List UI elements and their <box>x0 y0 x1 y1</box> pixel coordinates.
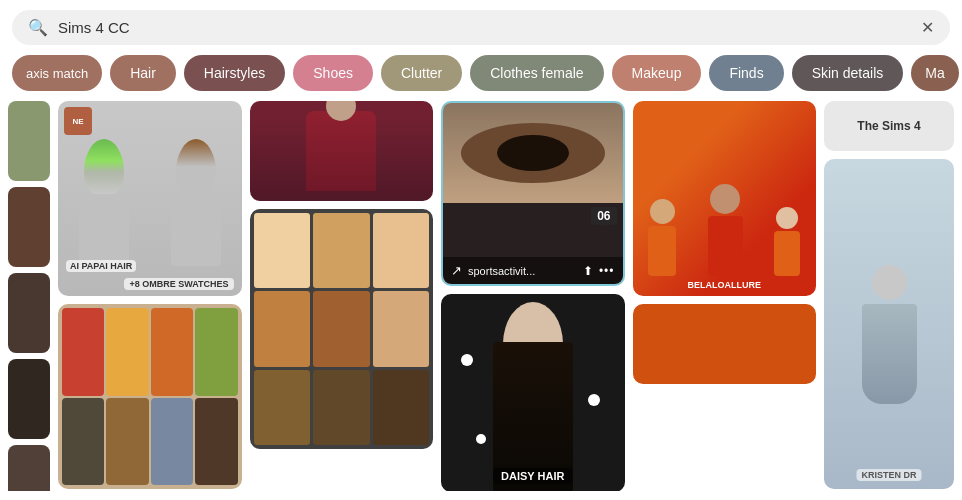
sports-overlay-card[interactable]: 06 ↗ sportsactivit... ⬆ ••• <box>441 101 625 286</box>
col-hair-mannequin: NE AI PAPAI HAIR +8 OMBRE SWATCHES <box>58 101 242 491</box>
search-icon: 🔍 <box>28 18 48 37</box>
sports-overlay-text: sportsactivit... <box>468 265 577 277</box>
maroon-top-card[interactable] <box>250 101 434 201</box>
tag-finds[interactable]: Finds <box>709 55 783 91</box>
partial-card-4[interactable] <box>8 359 50 439</box>
tag-skin-details[interactable]: Skin details <box>792 55 904 91</box>
sims4-label-card[interactable]: The Sims 4 <box>824 101 954 151</box>
more-icon[interactable]: ••• <box>599 264 615 278</box>
col-sims4-dress: The Sims 4 KRISTEN DR <box>824 101 954 491</box>
tag-clutter[interactable]: Clutter <box>381 55 462 91</box>
tag-hairstyles[interactable]: Hairstyles <box>184 55 285 91</box>
partial-card-2[interactable] <box>8 187 50 267</box>
search-bar: 🔍 ✕ <box>12 10 950 45</box>
card-badge-logo: NE <box>64 107 92 135</box>
swatches-card[interactable] <box>250 209 434 449</box>
card-num-badge-06: 06 <box>591 207 616 225</box>
image-grid: NE AI PAPAI HAIR +8 OMBRE SWATCHES <box>0 101 962 491</box>
hair-mannequin-card[interactable]: NE AI PAPAI HAIR +8 OMBRE SWATCHES <box>58 101 242 296</box>
kristen-label: KRISTEN DR <box>856 469 921 481</box>
sims4-title: The Sims 4 <box>857 119 920 133</box>
close-icon[interactable]: ✕ <box>921 18 934 37</box>
partial-card-5[interactable] <box>8 445 50 491</box>
col-left-partial <box>8 101 50 491</box>
search-input[interactable] <box>58 19 911 36</box>
braids-card[interactable]: DAISY HAIR <box>441 294 625 491</box>
dress-card[interactable]: KRISTEN DR <box>824 159 954 489</box>
partial-card-1[interactable] <box>8 101 50 181</box>
tag-ma[interactable]: Ma <box>911 55 958 91</box>
tag-hair[interactable]: Hair <box>110 55 176 91</box>
sports-orange-label: BELALOALLURE <box>688 280 762 290</box>
skirts-card[interactable] <box>58 304 242 489</box>
braids-label: DAISY HAIR <box>493 468 572 484</box>
tag-clothes-female[interactable]: Clothes female <box>470 55 603 91</box>
sports-card-overlay: ↗ sportsactivit... ⬆ ••• <box>443 257 623 284</box>
tag-axis-match[interactable]: axis match <box>12 55 102 91</box>
tags-row: axis match Hair Hairstyles Shoes Clutter… <box>0 55 962 101</box>
col-sports-braids: 06 ↗ sportsactivit... ⬆ ••• <box>441 101 625 491</box>
col-top-swatches <box>250 101 434 491</box>
link-icon[interactable]: ↗ <box>451 263 462 278</box>
upload-icon[interactable]: ⬆ <box>583 264 593 278</box>
tag-shoes[interactable]: Shoes <box>293 55 373 91</box>
sports-orange-bottom-partial[interactable] <box>633 304 817 384</box>
card-badge-swatches: +8 OMBRE SWATCHES <box>124 278 233 290</box>
card-label-hair: AI PAPAI HAIR <box>66 260 136 272</box>
tag-makeup[interactable]: Makeup <box>612 55 702 91</box>
sports-orange-card[interactable]: BELALOALLURE <box>633 101 817 296</box>
col-sports-orange: BELALOALLURE <box>633 101 817 491</box>
partial-card-3[interactable] <box>8 273 50 353</box>
